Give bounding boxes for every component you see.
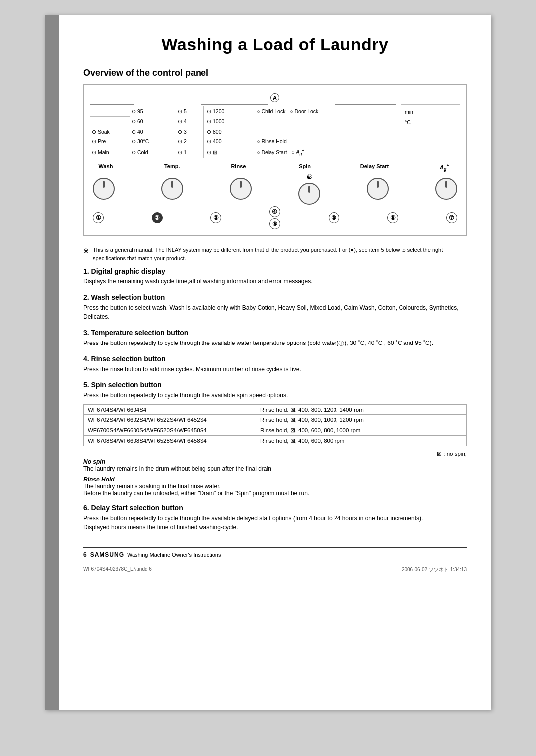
date-info: 2006-06-02 ソツネト 1:34:13 — [402, 566, 467, 573]
knob-numbers-row: ① ② ③ ④ ⑧ ⑤ ⑥ ⑦ — [90, 206, 460, 229]
spin-model-2: WF6702S4/WF6602S4/WF6522S4/WF6452S4 — [84, 414, 256, 425]
display-row-4: ⊙ Pre ⊙ 30°C ⊙ 2 ⊙ 400 ○ Rinse Hold — [90, 137, 396, 146]
panel-right-box: min °C — [401, 104, 460, 160]
page-bottom: WF6704S4-02378C_EN.indd 6 2006-06-02 ソツネ… — [83, 566, 467, 573]
point-a-label: A — [270, 93, 279, 102]
spin-model-4: WF6708S4/WF6608S4/WF6528S4/WF6458S4 — [84, 435, 256, 446]
section-1-body: Displays the remaining wash cycle time,a… — [83, 277, 467, 286]
knob-num-4: ④ — [269, 206, 280, 217]
knobs-row: ☯ — [90, 173, 460, 205]
knob-num-2: ② — [152, 212, 163, 223]
knob-num-6: ⑥ — [387, 212, 398, 223]
note-section: ※ This is a general manual. The INLAY sy… — [83, 246, 467, 262]
min-label: min — [405, 107, 456, 117]
section-3: 3. Temperature selection button Press th… — [83, 329, 467, 348]
page-title: Washing a Load of Laundry — [83, 35, 467, 54]
footer-label: Washing Machine Owner's Instructions — [127, 552, 221, 558]
section-heading: Overview of the control panel — [83, 68, 467, 78]
no-spin-section: No spin The laundry remains in the drum … — [83, 458, 467, 472]
section-2-body: Press the button to select wash. Wash is… — [83, 303, 467, 322]
section-4-title: 4. Rinse selection button — [83, 355, 467, 363]
knob-num-3: ③ — [210, 212, 221, 223]
knob-wash — [93, 178, 115, 200]
knob-spin-dial[interactable] — [298, 183, 320, 205]
section-3-title: 3. Temperature selection button — [83, 329, 467, 337]
display-row-2: ⊙ 60 ⊙ 4 ⊙ 1000 — [90, 116, 396, 126]
knob-delay — [367, 178, 389, 200]
spin-row-3: WF6700S4/WF6600S4/WF6520S4/WF6450S4 Rins… — [84, 425, 467, 435]
knob-temp — [161, 178, 183, 200]
left-bar — [45, 15, 59, 710]
knob-num-5: ⑤ — [329, 212, 339, 223]
spin-speeds-2: Rinse hold, ⊠, 400, 800, 1000, 1200 rpm — [256, 414, 466, 425]
spin-row-2: WF6702S4/WF6602S4/WF6522S4/WF6452S4 Rins… — [84, 414, 467, 425]
knob-ag-dial[interactable] — [435, 178, 457, 200]
no-spin-body: The laundry remains in the drum without … — [83, 465, 271, 472]
rinse-hold-title: Rinse Hold — [83, 476, 115, 483]
no-spin-title: No spin — [83, 458, 105, 465]
knob-labels-row: Wash Temp. Rinse Spin Delay Start Ag+ — [90, 163, 460, 172]
section-3-body: Press the button repeatedly to cycle thr… — [83, 339, 467, 348]
display-row-5: ⊙ Main ⊙ Cold ⊙ 1 ⊙ ⊠ ○ Delay Start ○ Ag… — [90, 147, 396, 159]
celsius-label: °C — [405, 117, 456, 128]
spin-speeds-3: Rinse hold, ⊠, 400, 600, 800, 1000 rpm — [256, 425, 466, 435]
knob-temp-dial[interactable] — [161, 178, 183, 200]
section-4-body: Press the rinse button to add rinse cycl… — [83, 365, 467, 374]
rinse-icon: ☯ — [306, 173, 313, 181]
note-text: This is a general manual. The INLAY syst… — [93, 246, 467, 262]
section-5-title: 5. Spin selection button — [83, 381, 467, 389]
display-row-3: ⊙ Soak ⊙ 40 ⊙ 3 ⊙ 800 — [90, 127, 396, 137]
spin-row-4: WF6708S4/WF6608S4/WF6528S4/WF6458S4 Rins… — [84, 435, 467, 446]
spin-speeds-1: Rinse hold, ⊠, 400, 800, 1200, 1400 rpm — [256, 404, 466, 414]
section-6-title: 6. Delay Start selection button — [83, 504, 467, 512]
footer-brand: 6 — [83, 551, 87, 558]
section-4: 4. Rinse selection button Press the rins… — [83, 355, 467, 374]
rinse-hold-section: Rinse Hold The laundry remains soaking i… — [83, 476, 467, 497]
footer-samsung: SAMSUNG — [90, 551, 124, 558]
panel-left: ⊙ 95 ⊙ 5 ⊙ 1200 ○ Child Lock ○ Door Lock… — [90, 104, 396, 160]
knob-num-7: ⑦ — [446, 212, 457, 223]
panel-wrapper: ⊙ 95 ⊙ 5 ⊙ 1200 ○ Child Lock ○ Door Lock… — [90, 104, 460, 160]
knob-label-delay: Delay Start — [360, 163, 389, 172]
footer: 6 SAMSUNG Washing Machine Owner's Instru… — [83, 547, 467, 558]
spin-table: WF6704S4/WF6604S4 Rinse hold, ⊠, 400, 80… — [83, 404, 467, 446]
section-6: 6. Delay Start selection button Press th… — [83, 504, 467, 532]
knob-label-spin: Spin — [294, 163, 316, 172]
spin-row-1: WF6704S4/WF6604S4 Rinse hold, ⊠, 400, 80… — [84, 404, 467, 414]
knob-rinse-dial[interactable] — [230, 178, 252, 200]
knob-num-8: ⑧ — [269, 218, 280, 229]
knob-rinse — [230, 178, 252, 200]
note-symbol: ※ — [83, 246, 89, 262]
section-2-title: 2. Wash selection button — [83, 293, 467, 301]
no-spin-symbol: ⊠ : no spin, — [83, 450, 467, 457]
knob-label-wash: Wash — [95, 163, 117, 172]
file-info: WF6704S4-02378C_EN.indd 6 — [83, 566, 152, 573]
knob-ag — [435, 178, 457, 200]
spin-speeds-4: Rinse hold, ⊠, 400, 600, 800 rpm — [256, 435, 466, 446]
knob-icon-group: ☯ — [298, 173, 320, 205]
section-2: 2. Wash selection button Press the butto… — [83, 293, 467, 322]
knob-label-rinse: Rinse — [227, 163, 249, 172]
section-1-title: 1. Digital graphic display — [83, 267, 467, 275]
display-row-1: ⊙ 95 ⊙ 5 ⊙ 1200 ○ Child Lock ○ Door Lock — [90, 106, 396, 116]
section-5-body: Press the button repeatedly to cycle thr… — [83, 391, 467, 400]
rinse-hold-body: The laundry remains soaking in the final… — [83, 483, 309, 497]
knob-num-1: ① — [93, 212, 104, 223]
section-5: 5. Spin selection button Press the butto… — [83, 381, 467, 497]
knob-label-ag: Ag+ — [433, 163, 455, 172]
knob-label-temp: Temp. — [161, 163, 183, 172]
section-1: 1. Digital graphic display Displays the … — [83, 267, 467, 286]
control-panel-diagram: A ⊙ 95 ⊙ 5 ⊙ 1200 ○ Child — [83, 84, 467, 236]
spin-model-1: WF6704S4/WF6604S4 — [84, 404, 256, 414]
knob-wash-dial[interactable] — [93, 178, 115, 200]
spin-model-3: WF6700S4/WF6600S4/WF6520S4/WF6450S4 — [84, 425, 256, 435]
knob-delay-dial[interactable] — [367, 178, 389, 200]
section-6-body: Press the button repeatedly to cycle thr… — [83, 514, 467, 532]
